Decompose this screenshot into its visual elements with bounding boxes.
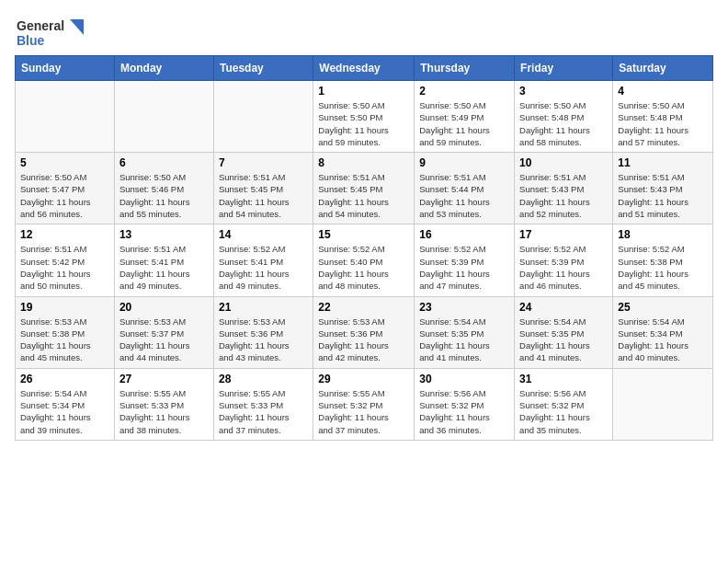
day-number: 13 [119, 228, 209, 241]
calendar-week-1: 1Sunrise: 5:50 AMSunset: 5:50 PMDaylight… [16, 81, 713, 153]
day-number: 5 [20, 156, 109, 169]
weekday-header-tuesday: Tuesday [213, 56, 313, 81]
day-info: Sunrise: 5:56 AMSunset: 5:32 PMDaylight:… [419, 387, 509, 436]
page-header: GeneralBlue [15, 15, 713, 52]
day-info: Sunrise: 5:53 AMSunset: 5:36 PMDaylight:… [318, 316, 409, 364]
calendar-cell: 22Sunrise: 5:53 AMSunset: 5:36 PMDayligh… [313, 296, 415, 368]
day-info: Sunrise: 5:55 AMSunset: 5:32 PMDaylight:… [318, 387, 409, 436]
day-number: 25 [618, 301, 708, 314]
logo: GeneralBlue [15, 15, 88, 52]
svg-text:Blue: Blue [17, 33, 45, 48]
day-info: Sunrise: 5:50 AMSunset: 5:48 PMDaylight:… [519, 99, 608, 148]
weekday-header-sunday: Sunday [16, 56, 115, 81]
calendar-cell [114, 81, 213, 153]
logo-icon: GeneralBlue [15, 15, 88, 52]
calendar-cell [213, 81, 313, 153]
day-number: 20 [119, 301, 209, 314]
calendar-cell: 11Sunrise: 5:51 AMSunset: 5:43 PMDayligh… [613, 153, 713, 224]
weekday-header-monday: Monday [114, 56, 213, 81]
day-info: Sunrise: 5:55 AMSunset: 5:33 PMDaylight:… [119, 387, 209, 436]
calendar-cell: 28Sunrise: 5:55 AMSunset: 5:33 PMDayligh… [213, 368, 313, 440]
calendar-cell: 24Sunrise: 5:54 AMSunset: 5:35 PMDayligh… [515, 296, 613, 368]
calendar-table: SundayMondayTuesdayWednesdayThursdayFrid… [15, 55, 713, 441]
calendar-cell: 15Sunrise: 5:52 AMSunset: 5:40 PMDayligh… [313, 224, 415, 296]
calendar-cell: 16Sunrise: 5:52 AMSunset: 5:39 PMDayligh… [415, 224, 515, 296]
day-number: 15 [318, 228, 409, 241]
weekday-header-row: SundayMondayTuesdayWednesdayThursdayFrid… [16, 56, 713, 81]
calendar-cell: 7Sunrise: 5:51 AMSunset: 5:45 PMDaylight… [213, 153, 313, 224]
day-number: 31 [519, 373, 608, 385]
day-info: Sunrise: 5:54 AMSunset: 5:35 PMDaylight:… [519, 316, 608, 364]
day-number: 7 [219, 156, 308, 169]
day-number: 14 [219, 228, 308, 241]
calendar-cell [16, 81, 115, 153]
day-number: 17 [519, 228, 608, 241]
calendar-week-5: 26Sunrise: 5:54 AMSunset: 5:34 PMDayligh… [16, 368, 713, 440]
calendar-week-4: 19Sunrise: 5:53 AMSunset: 5:38 PMDayligh… [16, 296, 713, 368]
svg-text:General: General [17, 18, 64, 33]
day-number: 8 [318, 156, 409, 169]
day-number: 22 [318, 301, 409, 314]
day-number: 12 [20, 228, 109, 241]
day-info: Sunrise: 5:53 AMSunset: 5:38 PMDaylight:… [20, 316, 109, 364]
calendar-cell: 13Sunrise: 5:51 AMSunset: 5:41 PMDayligh… [114, 224, 213, 296]
weekday-header-friday: Friday [515, 56, 613, 81]
calendar-cell: 1Sunrise: 5:50 AMSunset: 5:50 PMDaylight… [313, 81, 415, 153]
day-info: Sunrise: 5:52 AMSunset: 5:39 PMDaylight:… [419, 243, 509, 292]
calendar-cell: 17Sunrise: 5:52 AMSunset: 5:39 PMDayligh… [515, 224, 613, 296]
calendar-cell: 23Sunrise: 5:54 AMSunset: 5:35 PMDayligh… [415, 296, 515, 368]
calendar-cell: 2Sunrise: 5:50 AMSunset: 5:49 PMDaylight… [415, 81, 515, 153]
calendar-cell: 9Sunrise: 5:51 AMSunset: 5:44 PMDaylight… [415, 153, 515, 224]
day-info: Sunrise: 5:56 AMSunset: 5:32 PMDaylight:… [519, 387, 608, 436]
calendar-cell: 8Sunrise: 5:51 AMSunset: 5:45 PMDaylight… [313, 153, 415, 224]
calendar-cell: 6Sunrise: 5:50 AMSunset: 5:46 PMDaylight… [114, 153, 213, 224]
calendar-cell: 14Sunrise: 5:52 AMSunset: 5:41 PMDayligh… [213, 224, 313, 296]
day-info: Sunrise: 5:51 AMSunset: 5:44 PMDaylight:… [419, 171, 509, 220]
day-number: 2 [419, 85, 509, 98]
day-number: 10 [519, 156, 608, 169]
weekday-header-saturday: Saturday [613, 56, 713, 81]
day-number: 27 [119, 373, 209, 385]
day-info: Sunrise: 5:55 AMSunset: 5:33 PMDaylight:… [219, 387, 308, 436]
calendar-week-2: 5Sunrise: 5:50 AMSunset: 5:47 PMDaylight… [16, 153, 713, 224]
calendar-cell: 31Sunrise: 5:56 AMSunset: 5:32 PMDayligh… [515, 368, 613, 440]
day-number: 3 [519, 85, 608, 98]
svg-marker-2 [70, 19, 84, 35]
calendar-week-3: 12Sunrise: 5:51 AMSunset: 5:42 PMDayligh… [16, 224, 713, 296]
day-info: Sunrise: 5:50 AMSunset: 5:49 PMDaylight:… [419, 99, 509, 148]
day-info: Sunrise: 5:52 AMSunset: 5:41 PMDaylight:… [219, 243, 308, 292]
day-info: Sunrise: 5:52 AMSunset: 5:39 PMDaylight:… [519, 243, 608, 292]
day-number: 6 [119, 156, 209, 169]
day-info: Sunrise: 5:50 AMSunset: 5:50 PMDaylight:… [318, 99, 409, 148]
day-info: Sunrise: 5:54 AMSunset: 5:34 PMDaylight:… [618, 316, 708, 364]
day-info: Sunrise: 5:54 AMSunset: 5:35 PMDaylight:… [419, 316, 509, 364]
weekday-header-wednesday: Wednesday [313, 56, 415, 81]
day-number: 26 [20, 373, 109, 385]
day-info: Sunrise: 5:52 AMSunset: 5:38 PMDaylight:… [618, 243, 708, 292]
day-info: Sunrise: 5:53 AMSunset: 5:37 PMDaylight:… [119, 316, 209, 364]
day-number: 16 [419, 228, 509, 241]
day-number: 9 [419, 156, 509, 169]
day-number: 21 [219, 301, 308, 314]
calendar-cell: 26Sunrise: 5:54 AMSunset: 5:34 PMDayligh… [16, 368, 115, 440]
day-info: Sunrise: 5:51 AMSunset: 5:42 PMDaylight:… [20, 243, 109, 292]
day-number: 11 [618, 156, 708, 169]
day-info: Sunrise: 5:51 AMSunset: 5:43 PMDaylight:… [618, 171, 708, 220]
calendar-cell: 4Sunrise: 5:50 AMSunset: 5:48 PMDaylight… [613, 81, 713, 153]
day-info: Sunrise: 5:52 AMSunset: 5:40 PMDaylight:… [318, 243, 409, 292]
day-number: 24 [519, 301, 608, 314]
day-number: 18 [618, 228, 708, 241]
calendar-cell: 10Sunrise: 5:51 AMSunset: 5:43 PMDayligh… [515, 153, 613, 224]
calendar-cell: 29Sunrise: 5:55 AMSunset: 5:32 PMDayligh… [313, 368, 415, 440]
calendar-cell: 12Sunrise: 5:51 AMSunset: 5:42 PMDayligh… [16, 224, 115, 296]
day-info: Sunrise: 5:50 AMSunset: 5:48 PMDaylight:… [618, 99, 708, 148]
calendar-cell: 21Sunrise: 5:53 AMSunset: 5:36 PMDayligh… [213, 296, 313, 368]
day-number: 1 [318, 85, 409, 98]
calendar-cell: 25Sunrise: 5:54 AMSunset: 5:34 PMDayligh… [613, 296, 713, 368]
day-number: 28 [219, 373, 308, 385]
day-info: Sunrise: 5:51 AMSunset: 5:41 PMDaylight:… [119, 243, 209, 292]
weekday-header-thursday: Thursday [415, 56, 515, 81]
calendar-cell: 20Sunrise: 5:53 AMSunset: 5:37 PMDayligh… [114, 296, 213, 368]
day-number: 30 [419, 373, 509, 385]
day-number: 29 [318, 373, 409, 385]
